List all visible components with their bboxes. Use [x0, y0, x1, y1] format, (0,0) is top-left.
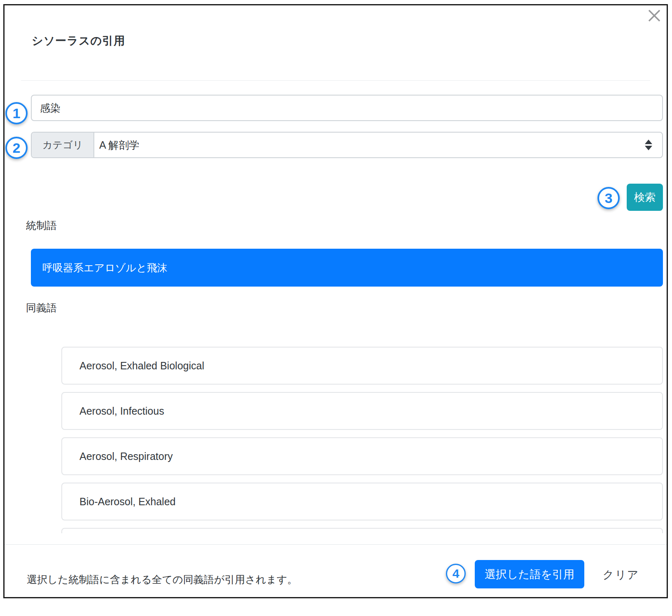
list-item[interactable]: Aerosol, Exhaled Biological [61, 347, 663, 385]
list-item[interactable]: Aerosol, Respiratory [61, 437, 663, 475]
step-1-badge: 1 [5, 102, 28, 124]
controlled-term-item[interactable]: 呼吸器系エアロゾルと飛沫 [31, 249, 663, 287]
close-button[interactable] [644, 5, 665, 27]
synonym-text: Aerosol, Exhaled Biological [79, 360, 204, 372]
category-input-group: カテゴリ A 解剖学 [31, 132, 663, 158]
controlled-term-label: 統制語 [26, 219, 57, 232]
modal-title: シソーラスの引用 [32, 33, 125, 48]
select-updown-icon [645, 140, 652, 150]
controlled-term-text: 呼吸器系エアロゾルと飛沫 [42, 261, 168, 275]
step-3-badge: 3 [597, 187, 620, 209]
synonym-text: Aerosol, Respiratory [79, 450, 173, 462]
synonym-text: Bio-Aerosol, Exhaled [79, 496, 175, 508]
header-divider [21, 80, 650, 81]
search-button[interactable]: 検索 [627, 184, 663, 211]
search-button-label: 検索 [634, 190, 656, 205]
category-selected-value: A 解剖学 [99, 138, 139, 152]
thesaurus-citation-modal: シソーラスの引用 1 2 3 4 カテゴリ A 解剖学 検索 統制語 呼吸器系エ… [3, 4, 668, 598]
step-4-badge: 4 [446, 564, 466, 583]
synonym-text: Aerosol, Infectious [79, 405, 164, 417]
step-2-badge: 2 [5, 137, 28, 159]
clear-button[interactable]: クリア [594, 565, 648, 584]
category-select[interactable]: A 解剖学 [94, 133, 662, 157]
category-label: カテゴリ [32, 133, 94, 157]
keyword-input[interactable] [31, 95, 663, 121]
list-item[interactable]: Aerosol, Infectious [61, 392, 663, 430]
cite-selected-button[interactable]: 選択した語を引用 [475, 560, 584, 588]
synonyms-label: 同義語 [26, 301, 57, 315]
synonym-list: Aerosol, Exhaled Biological Aerosol, Inf… [61, 347, 663, 533]
list-item-partial[interactable] [61, 528, 663, 533]
close-icon [646, 8, 662, 25]
list-item[interactable]: Bio-Aerosol, Exhaled [61, 483, 663, 520]
clear-button-label: クリア [603, 567, 639, 582]
footer-note: 選択した統制語に含まれる全ての同義語が引用されます。 [27, 573, 298, 586]
footer-divider [5, 544, 667, 545]
cite-selected-button-label: 選択した語を引用 [485, 567, 574, 582]
